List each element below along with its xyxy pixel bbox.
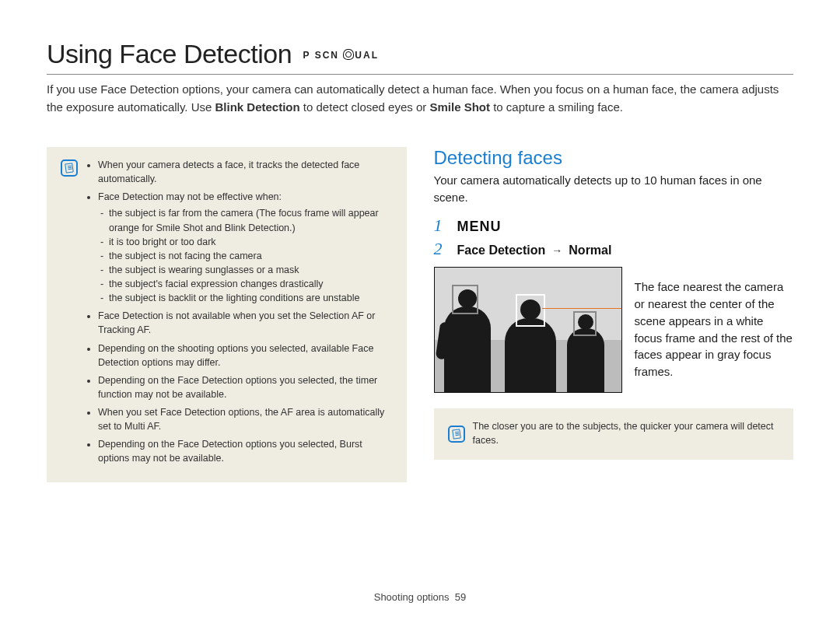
gray-focus-frame [452,285,478,314]
note-item: Face Detection is not available when you… [98,309,391,337]
silhouette [444,306,491,392]
notes-box: When your camera detects a face, it trac… [47,147,407,482]
note-item: Face Detection may not be effective when… [98,190,391,305]
callout-line [542,308,622,309]
smile-shot-bold: Smile Shot [429,100,490,114]
arrow-icon: → [551,244,562,257]
tip-box: The closer you are to the subjects, the … [434,408,794,460]
note-subitem: the subject's facial expression changes … [109,277,391,291]
note-icon [61,159,78,177]
footer-page-number: 59 [455,591,466,603]
section-heading: Detecting faces [434,147,794,169]
mode-scn: SCN [315,50,339,61]
illustration-row: The face nearest the camera or nearest t… [434,267,794,393]
note-subitem: the subject is wearing sunglasses or a m… [109,263,391,277]
note-item: Depending on the Face Detection options … [98,373,391,401]
tip-text: The closer you are to the subjects, the … [473,419,779,447]
content-columns: When your camera detects a face, it trac… [47,147,793,482]
note-subitem: the subject is not facing the camera [109,249,391,263]
mode-p: P [303,50,311,61]
footer-section: Shooting options [374,591,450,603]
note-subitem: the subject is backlit or the lighting c… [109,291,391,305]
mode-indicators: P SCN UAL [303,49,380,61]
silhouette [567,328,604,392]
steps: 1 MENU 2 Face Detection → Normal [434,215,794,259]
note-subitem: the subject is far from the camera (The … [109,206,391,234]
section-intro: Your camera automatically detects up to … [434,172,794,206]
note-item: Depending on the shooting options you se… [98,342,391,370]
white-focus-frame [516,294,545,327]
dual-icon [343,49,354,60]
step-number: 2 [434,239,448,259]
note-item: When your camera detects a face, it trac… [98,158,391,186]
step-number: 1 [434,215,448,236]
title-line: Using Face Detection P SCN UAL [47,39,793,75]
illustration-caption: The face nearest the camera or nearest t… [635,278,794,380]
step-2: 2 Face Detection → Normal [434,239,794,259]
step-value: Normal [569,243,611,257]
page-title: Using Face Detection [47,39,292,69]
note-icon [448,426,465,443]
blink-detection-bold: Blink Detection [215,100,300,114]
step-1: 1 MENU [434,215,794,236]
gray-focus-frame [573,311,597,336]
note-item: When you set Face Detection options, the… [98,405,391,433]
step-label: Face Detection [457,243,546,257]
intro-paragraph: If you use Face Detection options, your … [47,81,793,116]
note-item: Depending on the Face Detection options … [98,437,391,465]
mode-dual: UAL [355,50,379,61]
left-column: When your camera detects a face, it trac… [47,147,407,482]
silhouette [505,318,556,392]
notes-content: When your camera detects a face, it trac… [86,158,391,470]
page-footer: Shooting options 59 [47,591,793,603]
manual-page: Using Face Detection P SCN UAL If you us… [0,0,840,626]
face-detection-illustration [434,267,622,393]
right-column: Detecting faces Your camera automaticall… [434,147,794,482]
note-subitem: it is too bright or too dark [109,235,391,249]
menu-button-glyph: MENU [457,219,502,235]
